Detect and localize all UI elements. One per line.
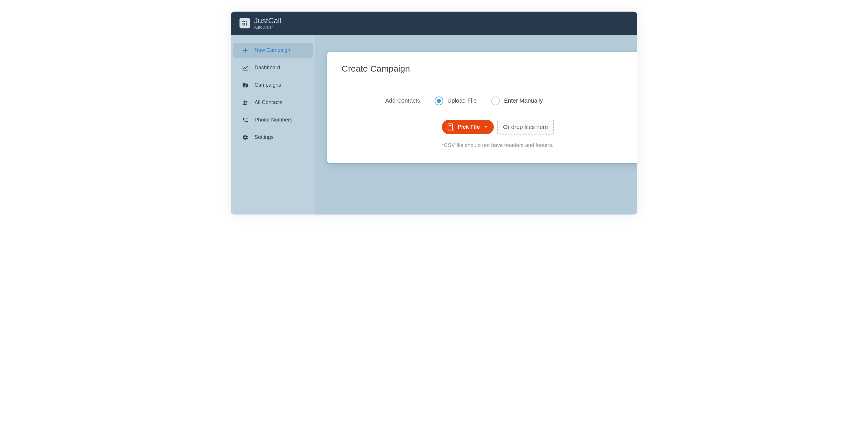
- radio-label: Enter Manually: [504, 97, 542, 104]
- radio-unselected-icon: [491, 97, 500, 105]
- pick-file-label: Pick File: [458, 124, 480, 130]
- brand-sub: AutoDialer: [254, 25, 282, 30]
- brand-text: JustCall AutoDialer: [254, 17, 282, 30]
- pick-file-button[interactable]: Pick File: [442, 120, 494, 134]
- people-icon: [242, 99, 249, 106]
- caret-down-icon: [485, 126, 488, 128]
- sidebar-item-label: Phone Numbers: [255, 117, 292, 123]
- svg-point-15: [246, 101, 248, 103]
- sidebar-item-label: New Campaign: [255, 47, 290, 53]
- svg-point-7: [244, 24, 245, 26]
- radio-enter-manually[interactable]: Enter Manually: [491, 97, 542, 105]
- drop-zone-label: Or drop files here: [503, 124, 548, 130]
- brand-logo-icon: [240, 18, 250, 28]
- plus-icon: [242, 47, 249, 54]
- add-contacts-label: Add Contacts: [385, 97, 420, 104]
- sidebar-item-settings[interactable]: Settings: [233, 130, 313, 145]
- svg-point-5: [246, 23, 247, 24]
- sidebar-item-all-contacts[interactable]: All Contacts: [233, 95, 313, 110]
- phone-icon: [242, 116, 249, 124]
- radio-label: Upload File: [447, 97, 477, 104]
- svg-point-2: [246, 21, 247, 22]
- svg-point-16: [246, 118, 247, 118]
- sidebar-item-new-campaign[interactable]: New Campaign: [233, 43, 313, 58]
- file-icon: [447, 123, 454, 131]
- sidebar: New Campaign Dashboard Campaigns All Con…: [231, 35, 315, 214]
- chart-icon: [242, 64, 249, 71]
- app-header: JustCall AutoDialer: [231, 11, 637, 35]
- svg-point-3: [242, 23, 244, 24]
- svg-point-13: [245, 84, 246, 86]
- brand-main: JustCall: [254, 17, 282, 25]
- app-body: New Campaign Dashboard Campaigns All Con…: [231, 35, 637, 214]
- main-area: Create Campaign Add Contacts Upload File…: [315, 35, 637, 214]
- sidebar-item-label: Dashboard: [255, 65, 280, 71]
- file-picker-row: Pick File Or drop files here: [342, 120, 637, 135]
- add-contacts-row: Add Contacts Upload File Enter Manually: [342, 97, 637, 105]
- app-window: JustCall AutoDialer New Campaign Dashboa…: [231, 11, 637, 214]
- svg-point-4: [244, 23, 245, 24]
- sidebar-item-dashboard[interactable]: Dashboard: [233, 60, 313, 75]
- radio-upload-file[interactable]: Upload File: [435, 97, 477, 105]
- svg-point-17: [247, 118, 248, 118]
- sidebar-item-phone-numbers[interactable]: Phone Numbers: [233, 112, 313, 128]
- page-title: Create Campaign: [342, 64, 637, 74]
- sidebar-item-campaigns[interactable]: Campaigns: [233, 78, 313, 93]
- svg-point-1: [244, 21, 245, 22]
- create-campaign-card: Create Campaign Add Contacts Upload File…: [327, 51, 637, 164]
- csv-hint: *CSV file should not have headers and fo…: [342, 142, 637, 148]
- sidebar-item-label: Campaigns: [255, 82, 281, 88]
- svg-point-8: [246, 24, 247, 26]
- svg-point-6: [242, 24, 244, 26]
- gear-icon: [242, 134, 249, 141]
- radio-selected-icon: [435, 97, 443, 105]
- folder-person-icon: [242, 82, 249, 89]
- file-drop-zone[interactable]: Or drop files here: [497, 120, 554, 135]
- sidebar-item-label: All Contacts: [255, 99, 282, 105]
- svg-point-0: [242, 21, 244, 22]
- svg-point-14: [244, 101, 246, 103]
- divider: [342, 82, 637, 82]
- sidebar-item-label: Settings: [255, 134, 274, 140]
